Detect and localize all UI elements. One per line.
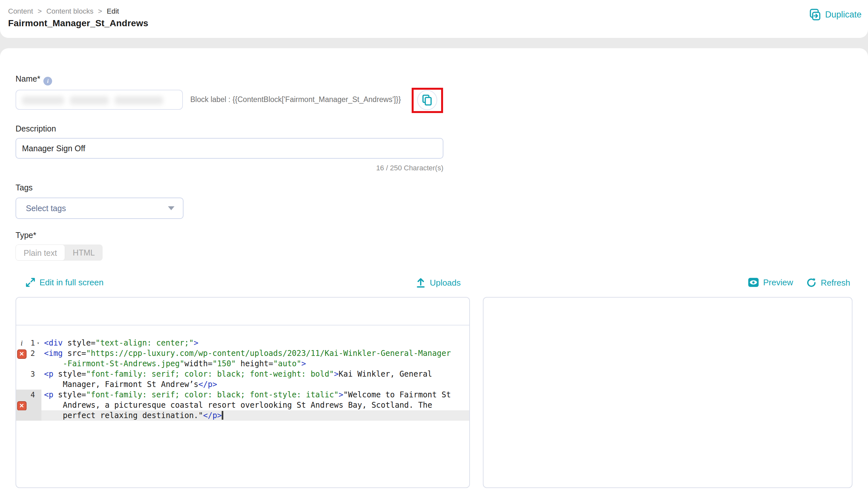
code-line[interactable]: Andrews, a picturesque coastal resort ov… bbox=[41, 400, 469, 410]
gutter bbox=[16, 410, 41, 421]
type-option-html[interactable]: HTML bbox=[65, 244, 102, 261]
description-input[interactable] bbox=[16, 138, 443, 159]
page-background-band bbox=[0, 38, 868, 48]
page-header: Content > Content blocks > Edit Fairmont… bbox=[0, 0, 868, 38]
tags-placeholder: Select tags bbox=[26, 204, 168, 213]
gutter: 3 bbox=[16, 369, 41, 379]
name-label-text: Name* bbox=[16, 74, 40, 83]
code-row[interactable]: ✕2<img src="https://cpp-luxury.com/wp-co… bbox=[16, 348, 469, 358]
upload-icon bbox=[415, 277, 426, 288]
gutter: 4 bbox=[16, 390, 41, 400]
code-line[interactable]: Manager, Fairmont St Andrew’s</p> bbox=[41, 379, 469, 390]
gutter: ✕ bbox=[16, 400, 41, 410]
code-line[interactable]: <p style="font-family: serif; color: bla… bbox=[41, 390, 469, 400]
page-title: Fairmont_Manager_St_Andrews bbox=[8, 18, 148, 29]
info-gutter-cell[interactable]: i bbox=[16, 338, 27, 348]
copy-block-label-button[interactable] bbox=[417, 90, 437, 110]
refresh-link[interactable]: Refresh bbox=[806, 277, 850, 288]
breadcrumb-content[interactable]: Content bbox=[8, 7, 33, 15]
redacted-name-value bbox=[22, 96, 171, 105]
description-label: Description bbox=[16, 124, 56, 134]
copy-icon bbox=[422, 94, 433, 106]
code-line[interactable]: <div style="text-align: center;"> bbox=[41, 338, 469, 348]
preview-eye-icon bbox=[748, 277, 759, 288]
type-label: Type* bbox=[16, 231, 36, 240]
line-number: 3 bbox=[27, 369, 35, 379]
line-number: 4 bbox=[27, 390, 35, 400]
code-line[interactable]: <p style="font-family: serif; color: bla… bbox=[41, 369, 469, 379]
refresh-icon bbox=[806, 277, 817, 288]
line-number: 2 bbox=[27, 348, 35, 358]
preview-label: Preview bbox=[763, 278, 793, 288]
text-cursor bbox=[222, 411, 223, 420]
code-row[interactable]: Manager, Fairmont St Andrew’s</p> bbox=[16, 379, 469, 390]
code-editor-panel: i1▾<div style="text-align: center;">✕2<i… bbox=[16, 297, 470, 488]
tags-label: Tags bbox=[16, 183, 33, 192]
breadcrumb-separator: > bbox=[37, 7, 42, 15]
info-icon[interactable]: i bbox=[43, 77, 52, 86]
uploads-link[interactable]: Uploads bbox=[415, 277, 461, 288]
code-row[interactable]: -Fairmont-St-Andrews.jpeg"width="150" he… bbox=[16, 358, 469, 369]
code-line[interactable]: perfect relaxing destination."</p> bbox=[41, 410, 469, 421]
edit-full-screen-link[interactable]: Edit in full screen bbox=[25, 277, 103, 288]
code-row[interactable]: 4<p style="font-family: serif; color: bl… bbox=[16, 390, 469, 400]
gutter: i1▾ bbox=[16, 338, 41, 348]
block-label-text: Block label : {{ContentBlock['Fairmont_M… bbox=[190, 95, 401, 104]
breadcrumb-edit: Edit bbox=[107, 7, 119, 15]
expand-icon bbox=[25, 277, 36, 288]
uploads-label: Uploads bbox=[430, 278, 461, 288]
code-editor[interactable]: i1▾<div style="text-align: center;">✕2<i… bbox=[16, 325, 469, 421]
duplicate-button[interactable]: Duplicate bbox=[809, 8, 862, 21]
character-counter: 16 / 250 Character(s) bbox=[16, 164, 443, 172]
breadcrumb-content-blocks[interactable]: Content blocks bbox=[46, 7, 94, 15]
code-row[interactable]: 3<p style="font-family: serif; color: bl… bbox=[16, 369, 469, 379]
name-label: Name*i bbox=[16, 74, 52, 86]
content-block-edit-page: Content > Content blocks > Edit Fairmont… bbox=[0, 0, 868, 489]
code-row[interactable]: ✕Andrews, a picturesque coastal resort o… bbox=[16, 400, 469, 410]
info-annotation-icon[interactable]: i bbox=[21, 339, 23, 347]
duplicate-label: Duplicate bbox=[825, 10, 862, 20]
fold-caret-icon[interactable]: ▾ bbox=[35, 338, 41, 348]
name-input[interactable] bbox=[16, 90, 183, 110]
error-icon[interactable]: ✕ bbox=[17, 349, 27, 359]
main-card: Name*i Block label : {{ContentBlock['Fai… bbox=[0, 48, 868, 489]
chevron-down-icon bbox=[168, 206, 175, 210]
breadcrumb-separator: > bbox=[98, 7, 102, 15]
code-row[interactable]: perfect relaxing destination."</p> bbox=[16, 410, 469, 421]
line-number: 1 bbox=[27, 338, 35, 348]
breadcrumb: Content > Content blocks > Edit bbox=[8, 7, 119, 16]
error-gutter-cell[interactable]: ✕ bbox=[16, 400, 27, 411]
gutter bbox=[16, 358, 41, 369]
code-line[interactable]: <img src="https://cpp-luxury.com/wp-cont… bbox=[41, 348, 469, 358]
duplicate-icon bbox=[809, 8, 821, 21]
gutter bbox=[16, 379, 41, 390]
gutter: ✕2 bbox=[16, 348, 41, 358]
editor-topbar bbox=[16, 297, 469, 325]
type-option-plain-text[interactable]: Plain text bbox=[16, 244, 65, 261]
code-line[interactable]: -Fairmont-St-Andrews.jpeg"width="150" he… bbox=[41, 358, 469, 369]
edit-full-screen-label: Edit in full screen bbox=[39, 278, 103, 288]
refresh-label: Refresh bbox=[821, 278, 850, 288]
error-icon[interactable]: ✕ bbox=[17, 401, 27, 411]
preview-panel bbox=[483, 297, 852, 488]
preview-link[interactable]: Preview bbox=[748, 277, 793, 288]
type-toggle: Plain text HTML bbox=[16, 244, 102, 261]
code-row[interactable]: i1▾<div style="text-align: center;"> bbox=[16, 338, 469, 348]
error-gutter-cell[interactable]: ✕ bbox=[16, 348, 27, 359]
tags-select[interactable]: Select tags bbox=[16, 198, 184, 219]
